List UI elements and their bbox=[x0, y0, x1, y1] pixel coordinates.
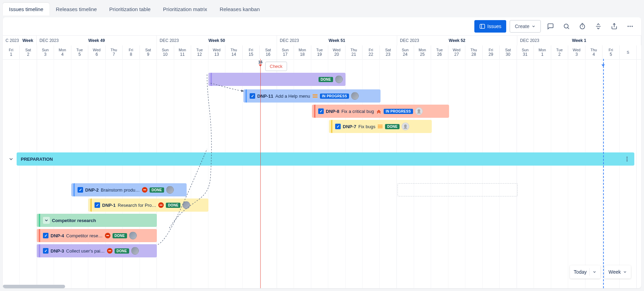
unassigned-avatar[interactable] bbox=[415, 107, 423, 115]
day-cell: Fri22 bbox=[363, 45, 380, 59]
comments-button[interactable] bbox=[544, 20, 557, 33]
task-type-icon bbox=[95, 202, 100, 208]
issue-bar-dnp-8[interactable]: DNP-8 Fix a critical bug IN PROGRESS bbox=[312, 105, 449, 118]
issue-bar-dnp-2[interactable]: DNP-2 Brainstorm produ… DONE bbox=[71, 183, 187, 196]
issues-button-label: Issues bbox=[488, 24, 501, 29]
day-cell: Mon18 bbox=[294, 45, 311, 59]
scale-button[interactable]: Week bbox=[605, 265, 631, 279]
issue-key: DNP-4 bbox=[51, 233, 64, 238]
issue-key: DNP-7 bbox=[343, 124, 356, 129]
avatar[interactable] bbox=[182, 201, 190, 209]
lane-collapse-toggle[interactable] bbox=[7, 155, 15, 163]
day-cell: Wed6 bbox=[88, 45, 106, 59]
issue-bar-dnp-4[interactable]: DNP-4 Competitor rese… DONE bbox=[37, 229, 157, 242]
avatar[interactable] bbox=[166, 186, 174, 194]
today-dropdown[interactable] bbox=[592, 270, 597, 274]
milestone-check[interactable]: Check bbox=[265, 62, 287, 71]
resize-handle[interactable] bbox=[39, 244, 40, 257]
tab-issues-timeline[interactable]: Issues timeline bbox=[3, 3, 50, 16]
day-cell: Sat30 bbox=[500, 45, 517, 59]
group-collapse-toggle[interactable] bbox=[43, 217, 50, 224]
svg-point-11 bbox=[632, 26, 633, 27]
task-type-icon bbox=[43, 233, 48, 238]
resize-handle[interactable] bbox=[245, 89, 247, 103]
tab-prioritization-matrix[interactable]: Prioritization matrix bbox=[157, 3, 214, 16]
time-tracking-button[interactable] bbox=[576, 20, 589, 33]
svg-rect-0 bbox=[480, 24, 485, 28]
chevron-down-icon bbox=[623, 270, 627, 274]
tab-releases-timeline[interactable]: Releases timeline bbox=[50, 3, 103, 16]
unassigned-avatar[interactable] bbox=[402, 123, 409, 130]
group-bar-competitor-research[interactable]: Competitor research bbox=[37, 214, 157, 227]
ghost-placeholder[interactable] bbox=[397, 183, 518, 196]
day-cell: Sat2 bbox=[20, 45, 37, 59]
svg-point-9 bbox=[628, 26, 629, 27]
today-button[interactable]: Today bbox=[574, 269, 587, 275]
create-button[interactable]: Create bbox=[510, 20, 541, 33]
status-badge: IN PROGRESS bbox=[320, 94, 349, 99]
day-cell: Wed27 bbox=[448, 45, 466, 59]
share-icon bbox=[611, 23, 618, 30]
search-button[interactable] bbox=[560, 20, 573, 33]
day-cell: Sat23 bbox=[380, 45, 397, 59]
week-cell: DEC 2023Week 52 bbox=[397, 36, 517, 45]
day-cell: Sat9 bbox=[140, 45, 157, 59]
task-type-icon bbox=[335, 124, 341, 129]
issue-bar-dnp-11[interactable]: DNP-11 Add a Help menu IN PROGRESS bbox=[243, 89, 381, 103]
week-cell: DEC 2023Week 49 bbox=[37, 36, 157, 45]
week-cell: DEC 2023Week 51 bbox=[277, 36, 397, 45]
issue-title: Brainstorm produ… bbox=[101, 187, 140, 193]
zoom-controls: Today Week bbox=[570, 265, 631, 279]
avatar[interactable] bbox=[131, 247, 139, 255]
now-line bbox=[260, 59, 261, 288]
issues-button[interactable]: Issues bbox=[474, 20, 506, 33]
week-cell: DEC 2023Week 50 bbox=[157, 36, 277, 45]
resize-handle[interactable] bbox=[90, 199, 92, 212]
share-button[interactable] bbox=[608, 20, 620, 33]
swimlane-preparation[interactable]: PREPARATION bbox=[17, 152, 634, 166]
day-cell: Mon11 bbox=[174, 45, 191, 59]
day-cell: Tue12 bbox=[191, 45, 208, 59]
resize-handle[interactable] bbox=[39, 229, 40, 242]
day-cell: Sun24 bbox=[397, 45, 414, 59]
resize-handle[interactable] bbox=[39, 214, 40, 227]
day-cell: Mon4 bbox=[54, 45, 71, 59]
status-badge: DONE bbox=[150, 187, 164, 193]
issue-title: Add a Help menu bbox=[275, 94, 310, 99]
day-cell: Thu21 bbox=[346, 45, 363, 59]
tab-releases-kanban[interactable]: Releases kanban bbox=[213, 3, 266, 16]
horizontal-scrollbar[interactable] bbox=[3, 285, 65, 288]
day-cell: Tue19 bbox=[311, 45, 329, 59]
resize-handle[interactable] bbox=[331, 120, 332, 133]
issue-bar-dnp-7[interactable]: DNP-7 Fix bugs DONE bbox=[329, 120, 432, 133]
week-cell: C 2023Week bbox=[3, 36, 37, 45]
avatar[interactable] bbox=[129, 232, 137, 239]
avatar[interactable] bbox=[335, 76, 343, 83]
issue-title: Collect user's pai… bbox=[66, 248, 105, 254]
today-button-group: Today bbox=[570, 265, 600, 279]
day-cell: Fri5 bbox=[602, 45, 620, 59]
day-cell: Tue26 bbox=[431, 45, 448, 59]
tab-prioritization-table[interactable]: Prioritization table bbox=[103, 3, 157, 16]
issue-bar-dnp-3[interactable]: DNP-3 Collect user's pai… DONE bbox=[37, 244, 157, 257]
day-cell: Sun17 bbox=[277, 45, 294, 59]
resize-handle[interactable] bbox=[314, 105, 315, 118]
resize-handle[interactable] bbox=[73, 183, 75, 196]
swimlane-more-button[interactable] bbox=[624, 156, 630, 162]
status-badge: DONE bbox=[385, 124, 400, 129]
issue-bar-dnp-1[interactable]: DNP-1 Research for Pro… DONE bbox=[88, 199, 208, 212]
collapse-vertical-icon bbox=[595, 23, 602, 30]
more-vertical-icon bbox=[624, 156, 630, 162]
future-marker-line bbox=[603, 59, 604, 288]
resize-handle[interactable] bbox=[211, 73, 212, 86]
more-button[interactable] bbox=[624, 20, 636, 33]
day-row: Fri1Sat2Sun3Mon4Tue5Wed6Thu7Fri8Sat9Sun1… bbox=[3, 45, 641, 59]
status-badge: DONE bbox=[113, 233, 127, 238]
collapse-button[interactable] bbox=[592, 20, 605, 33]
day-cell: Fri29 bbox=[483, 45, 500, 59]
issue-bar[interactable]: DONE bbox=[208, 73, 346, 86]
priority-blocker-icon bbox=[142, 187, 147, 193]
issue-title: Competitor rese… bbox=[66, 233, 102, 238]
status-badge: DONE bbox=[115, 248, 129, 254]
avatar[interactable] bbox=[351, 92, 359, 100]
